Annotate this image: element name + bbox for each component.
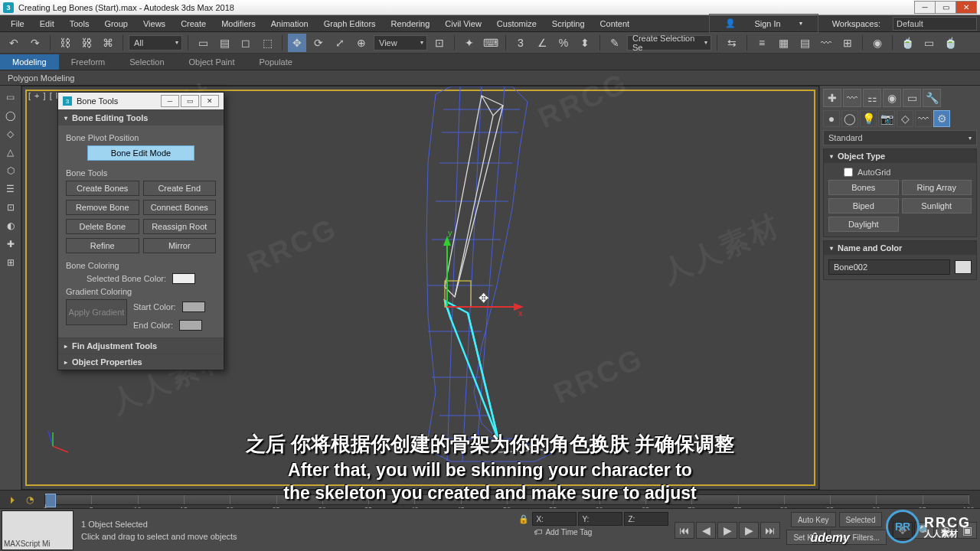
bt-minimize-icon[interactable]: ─ [161, 95, 179, 107]
subcategory-dropdown[interactable]: Standard [823, 130, 977, 145]
autogrid-checkbox[interactable] [844, 168, 853, 177]
start-color-swatch[interactable] [182, 302, 205, 312]
align-icon[interactable]: ≡ [753, 34, 771, 52]
redo-icon[interactable]: ↷ [26, 34, 44, 52]
material-icon[interactable]: ◉ [868, 34, 887, 52]
lock-icon[interactable]: 🔒 [518, 514, 529, 524]
spacewarp-icon[interactable]: 〰 [915, 110, 932, 127]
modify-tab-icon[interactable]: 〰 [843, 89, 861, 107]
end-color-swatch[interactable] [179, 320, 202, 331]
menu-group[interactable]: Group [96, 17, 136, 31]
tab-object-paint[interactable]: Object Paint [177, 54, 247, 70]
mirror-icon[interactable]: ⇆ [723, 34, 741, 52]
timeline-config-icon[interactable]: ◔ [23, 493, 37, 507]
menu-animation[interactable]: Animation [263, 17, 316, 31]
scale-icon[interactable]: ⤢ [331, 34, 349, 52]
menu-modifiers[interactable]: Modifiers [214, 17, 263, 31]
select-name-icon[interactable]: ▤ [215, 34, 234, 52]
ltool-5[interactable]: ⬡ [2, 162, 19, 179]
biped-button[interactable]: Biped [828, 198, 899, 214]
mirror-button[interactable]: Mirror [143, 238, 217, 253]
coord-x-input[interactable] [532, 512, 577, 526]
menu-create[interactable]: Create [173, 17, 214, 31]
next-frame-icon[interactable]: ▶ [739, 522, 759, 539]
object-type-header[interactable]: Object Type [824, 149, 976, 163]
ltool-8[interactable]: ◐ [2, 217, 19, 234]
pivot-icon[interactable]: ⊡ [430, 34, 449, 52]
refcoord-dropdown[interactable]: View [374, 35, 427, 51]
minimize-button[interactable]: ─ [914, 1, 936, 14]
link-icon[interactable]: ⛓ [56, 34, 74, 52]
connect-bones-button[interactable]: Connect Bones [143, 200, 217, 215]
ltool-10[interactable]: ⊞ [2, 254, 19, 271]
ltool-9[interactable]: ✚ [2, 236, 19, 253]
menu-views[interactable]: Views [136, 17, 173, 31]
menu-content[interactable]: Content [593, 17, 638, 31]
bind-icon[interactable]: ⌘ [99, 34, 117, 52]
menu-customize[interactable]: Customize [489, 17, 544, 31]
select-icon[interactable]: ▭ [194, 34, 212, 52]
bone-editing-header[interactable]: ▾Bone Editing Tools [58, 110, 224, 126]
layer-icon[interactable]: ▦ [774, 34, 792, 52]
menu-graph-editors[interactable]: Graph Editors [316, 17, 384, 31]
menu-tools[interactable]: Tools [62, 17, 97, 31]
menu-scripting[interactable]: Scripting [544, 17, 593, 31]
signin-button[interactable]: 👤Sign In▾ [709, 14, 818, 33]
rotate-icon[interactable]: ⟳ [309, 34, 328, 52]
utilities-tab-icon[interactable]: 🔧 [923, 89, 941, 107]
ltool-1[interactable]: ▭ [2, 89, 19, 106]
rect-select-icon[interactable]: ◻ [237, 34, 255, 52]
shapes-icon[interactable]: ◯ [841, 110, 858, 127]
refine-button[interactable]: Refine [66, 238, 139, 253]
ltool-7[interactable]: ⊡ [2, 199, 19, 216]
selected-button[interactable]: Selected [839, 512, 883, 527]
ring-array-button[interactable]: Ring Array [902, 180, 972, 195]
object-color-swatch[interactable] [955, 260, 972, 274]
sunlight-button[interactable]: Sunlight [902, 198, 972, 214]
maxscript-listener[interactable]: MAXScript Mi [2, 510, 74, 550]
timeline-track[interactable]: 0510152025303540455055606570758085909510… [44, 494, 969, 505]
schematic-icon[interactable]: ⊞ [838, 34, 857, 52]
object-properties-header[interactable]: ▸Object Properties [58, 354, 224, 370]
edit-named-icon[interactable]: ✎ [606, 34, 624, 52]
bone-edit-mode-button[interactable]: Bone Edit Mode [87, 145, 194, 161]
systems-icon[interactable]: ⚙ [933, 110, 950, 127]
ltool-6[interactable]: ☰ [2, 181, 19, 197]
angle-snap-icon[interactable]: ∠ [533, 34, 551, 52]
bone-tools-window[interactable]: 3 Bone Tools ─ ▭ ✕ ▾Bone Editing Tools B… [57, 92, 224, 370]
sel-color-swatch[interactable] [172, 273, 195, 284]
lights-icon[interactable]: 💡 [860, 110, 877, 127]
bones-button[interactable]: Bones [828, 180, 899, 195]
timeline[interactable]: ⏵ ◔ 051015202530354045505560657075808590… [0, 490, 980, 508]
display-tab-icon[interactable]: ▭ [903, 89, 921, 107]
fin-adjustment-header[interactable]: ▸Fin Adjustment Tools [58, 338, 224, 354]
render-frame-icon[interactable]: ▭ [920, 34, 938, 52]
menu-file[interactable]: File [3, 17, 32, 31]
ribbon-sub[interactable]: Polygon Modeling [0, 70, 980, 86]
spinner-snap-icon[interactable]: ⬍ [576, 34, 594, 52]
placement-icon[interactable]: ⊕ [352, 34, 371, 52]
percent-snap-icon[interactable]: % [554, 34, 573, 52]
prev-frame-icon[interactable]: ◀ [696, 522, 716, 539]
apply-gradient-button[interactable]: Apply Gradient [66, 299, 127, 325]
cameras-icon[interactable]: 📷 [878, 110, 895, 127]
tab-freeform[interactable]: Freeform [59, 54, 118, 70]
create-bones-button[interactable]: Create Bones [66, 181, 139, 196]
snap-icon[interactable]: 3 [511, 34, 530, 52]
coord-y-input[interactable] [578, 512, 622, 526]
delete-bone-button[interactable]: Delete Bone [66, 219, 139, 234]
render-setup-icon[interactable]: 🍵 [898, 34, 916, 52]
named-selection-dropdown[interactable]: Create Selection Se [627, 35, 711, 51]
unlink-icon[interactable]: ⛓̸ [77, 34, 96, 52]
goto-start-icon[interactable]: ⏮ [675, 522, 694, 539]
goto-end-icon[interactable]: ⏭ [760, 522, 780, 539]
bt-close-icon[interactable]: ✕ [201, 95, 219, 107]
name-color-header[interactable]: Name and Color [824, 241, 976, 255]
render-icon[interactable]: 🍵 [941, 34, 959, 52]
workspaces-dropdown[interactable] [893, 17, 977, 31]
undo-icon[interactable]: ↶ [5, 34, 23, 52]
bt-maximize-icon[interactable]: ▭ [181, 95, 199, 107]
close-button[interactable]: ✕ [956, 1, 977, 14]
motion-tab-icon[interactable]: ◉ [883, 89, 901, 107]
tab-selection[interactable]: Selection [117, 54, 176, 70]
